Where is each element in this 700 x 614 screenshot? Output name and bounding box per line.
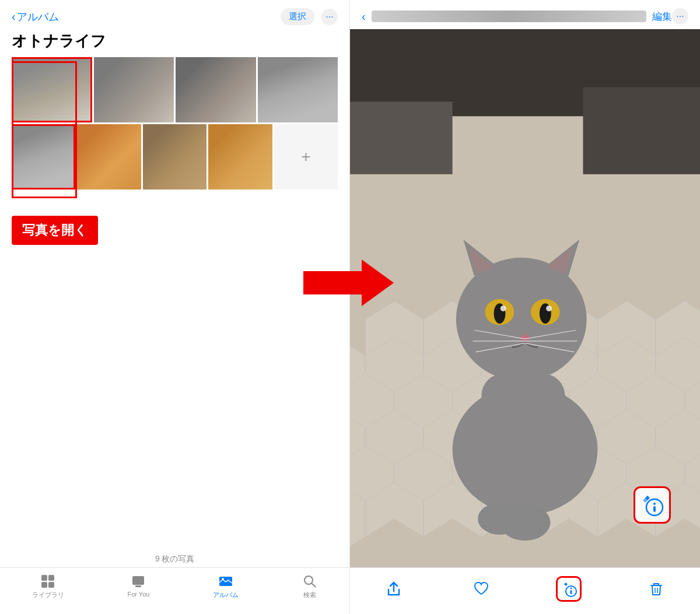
nav-search-label: 検索 xyxy=(303,591,316,599)
svg-point-8 xyxy=(304,576,313,584)
svg-rect-0 xyxy=(41,575,47,581)
svg-point-80 xyxy=(653,503,656,505)
library-icon xyxy=(40,574,55,589)
for-you-icon xyxy=(131,574,146,589)
select-button[interactable]: 選択 xyxy=(281,8,314,25)
annotation-label: 写真を開く xyxy=(12,216,98,245)
svg-point-58 xyxy=(456,258,587,381)
edit-button[interactable]: 編集 xyxy=(652,10,672,23)
info-icon-box[interactable] xyxy=(634,486,671,524)
photo-cell-1[interactable] xyxy=(12,57,92,122)
right-bottom-action-bar xyxy=(350,567,700,614)
right-back-button[interactable]: ‹ xyxy=(362,10,366,23)
svg-rect-4 xyxy=(132,576,144,585)
left-panel: ‹ アルバム 選択 ··· オトナライフ + 写真を開く 9 xyxy=(0,0,350,614)
right-title-blurred xyxy=(372,10,646,22)
svg-rect-78 xyxy=(481,374,565,417)
album-title: オトナライフ xyxy=(0,30,349,57)
left-header: ‹ アルバム 選択 ··· xyxy=(0,0,349,30)
right-header: ‹ 編集 ··· xyxy=(350,0,700,29)
transition-arrow xyxy=(303,257,397,311)
delete-button[interactable] xyxy=(643,576,669,602)
header-actions: 選択 ··· xyxy=(281,8,338,25)
photo-count: 9 枚の写真 xyxy=(0,554,349,564)
grid-row-2: + xyxy=(12,124,338,190)
svg-rect-1 xyxy=(48,575,54,581)
right-more-button[interactable]: ··· xyxy=(672,8,688,24)
photo-grid: + xyxy=(0,57,349,190)
album-icon xyxy=(218,574,233,589)
share-icon xyxy=(386,581,402,597)
nav-for-you-label: For You xyxy=(128,591,150,598)
info-sparkle-icon xyxy=(639,492,665,518)
photo-cell-8[interactable] xyxy=(208,124,272,190)
nav-library-label: ライブラリ xyxy=(32,591,64,599)
heart-button[interactable] xyxy=(468,576,494,602)
photo-cell-2[interactable] xyxy=(94,57,174,122)
info-detail-button[interactable] xyxy=(556,576,582,602)
photo-cell-7[interactable] xyxy=(143,124,206,190)
right-ellipsis-icon: ··· xyxy=(676,11,684,22)
photo-cell-3[interactable] xyxy=(176,57,256,122)
ellipsis-icon: ··· xyxy=(326,12,333,22)
heart-icon xyxy=(473,581,489,597)
svg-line-9 xyxy=(312,583,316,587)
svg-rect-81 xyxy=(653,506,656,512)
nav-library[interactable]: ライブラリ xyxy=(32,574,64,599)
share-button[interactable] xyxy=(381,576,407,602)
svg-point-68 xyxy=(546,306,552,311)
more-button[interactable]: ··· xyxy=(321,9,338,25)
back-button[interactable]: ‹ アルバム xyxy=(12,10,59,24)
svg-point-67 xyxy=(501,306,506,311)
grid-row-1 xyxy=(12,57,338,122)
nav-for-you[interactable]: For You xyxy=(128,574,150,598)
svg-rect-3 xyxy=(48,582,54,588)
svg-rect-14 xyxy=(583,87,700,174)
svg-rect-5 xyxy=(135,585,141,587)
add-photo-button[interactable]: + xyxy=(274,124,338,190)
bottom-nav: ライブラリ For You アルバム 検索 xyxy=(0,567,349,614)
back-label: アルバム xyxy=(17,10,59,24)
photo-cell-6[interactable] xyxy=(77,124,141,190)
info-detail-icon xyxy=(561,581,577,597)
svg-point-77 xyxy=(478,503,522,535)
photo-cell-4[interactable] xyxy=(258,57,338,122)
search-icon xyxy=(302,574,317,589)
trash-icon xyxy=(648,581,664,597)
chevron-left-icon: ‹ xyxy=(12,10,16,23)
main-photo-area[interactable] xyxy=(350,29,700,573)
svg-rect-84 xyxy=(570,590,572,594)
nav-search[interactable]: 検索 xyxy=(302,574,317,599)
photo-cell-5[interactable] xyxy=(12,124,75,190)
nav-album-label: アルバム xyxy=(213,591,239,599)
nav-album[interactable]: アルバム xyxy=(213,574,239,599)
svg-rect-2 xyxy=(41,582,47,588)
right-panel: ‹ 編集 ··· xyxy=(350,0,700,614)
svg-marker-10 xyxy=(303,259,394,306)
svg-point-83 xyxy=(570,588,572,590)
right-chevron-left-icon: ‹ xyxy=(362,10,366,23)
svg-rect-13 xyxy=(350,101,453,174)
